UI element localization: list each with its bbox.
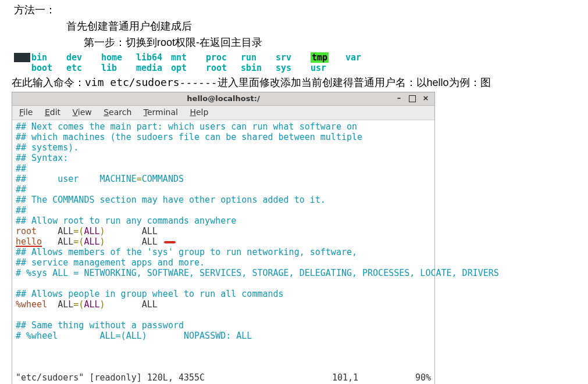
annotation-mark-icon	[164, 241, 176, 243]
sudoers-user-hello: hello	[16, 236, 42, 247]
ls-item: lib64	[136, 52, 171, 63]
window-titlebar: hello@localhost:/ – ×	[12, 92, 434, 106]
vim-status-file: "etc/sudoers" [readonly] 120L, 4355C	[16, 372, 332, 383]
sudoers-user-root: root	[16, 226, 37, 236]
ls-item: home	[101, 52, 136, 63]
ls-item: srv	[276, 52, 311, 63]
doc-line-2: 首先创建普通用户创建成后	[14, 19, 588, 35]
menu-help[interactable]: Help	[186, 106, 214, 117]
ls-item: lib	[101, 63, 136, 73]
ls-item: run	[241, 52, 276, 63]
vim-status-pos: 101,1	[332, 372, 402, 383]
cmd-code: vim etc/sudoers------	[85, 76, 218, 88]
vim-status-pct: 90%	[402, 372, 431, 383]
terminal-menubar: File Edit View Search Terminal Help	[12, 106, 434, 120]
menu-search[interactable]: Search	[100, 106, 137, 117]
terminal-window: hello@localhost:/ – × File Edit View Sea…	[12, 92, 435, 384]
ls-item: sbin	[241, 63, 276, 73]
cmd-prefix: 在此输入命令：	[12, 77, 85, 88]
ls-item: etc	[66, 63, 101, 73]
ls-row-2: bootetclibmediaoptrootsbinsysusr	[14, 63, 588, 73]
ls-item: bin	[31, 52, 66, 63]
menu-view[interactable]: View	[69, 106, 97, 117]
window-title: hello@localhost:/	[187, 94, 259, 103]
ls-item: var	[345, 52, 380, 63]
window-minimize-button[interactable]: –	[395, 94, 403, 102]
cmd-suffix: 进入里面修改添加当前创建得普通用户名：以hello为例：图	[218, 77, 491, 88]
doc-text: 方法一： 首先创建普通用户创建成后 第一步：切换到root权限-在返回主目录	[0, 0, 588, 51]
ls-item: dev	[66, 52, 101, 63]
menu-file[interactable]: File	[16, 106, 38, 117]
window-close-button[interactable]: ×	[422, 94, 430, 102]
menu-terminal[interactable]: Terminal	[140, 106, 184, 117]
window-maximize-button[interactable]	[409, 95, 416, 102]
sudoers-sys-line: # %sys ALL = NETWORKING, SOFTWARE, SERVI…	[16, 268, 499, 278]
vim-status-line: "etc/sudoers" [readonly] 120L, 4355C 101…	[12, 372, 434, 384]
ls-item-tmp: tmp	[311, 52, 345, 63]
prompt-block	[14, 53, 30, 62]
ls-item: sys	[276, 63, 311, 73]
cmd-instruction: 在此输入命令：vim etc/sudoers------进入里面修改添加当前创建…	[0, 76, 588, 92]
ls-item: media	[136, 63, 171, 73]
ls-output: bindevhomelib64mntprocrunsrvtmpvar boote…	[14, 52, 588, 73]
ls-item: boot	[31, 63, 66, 73]
terminal-content[interactable]: ## Next comes the main part: which users…	[12, 120, 434, 372]
ls-item: opt	[171, 63, 206, 73]
doc-line-1: 方法一：	[14, 2, 588, 19]
ls-item: root	[206, 63, 241, 73]
doc-line-3: 第一步：切换到root权限-在返回主目录	[14, 35, 588, 51]
sudoers-user-wheel: %wheel	[16, 299, 47, 310]
menu-edit[interactable]: Edit	[41, 106, 66, 117]
ls-item: usr	[311, 63, 345, 73]
ls-item: mnt	[171, 52, 206, 63]
ls-row-1: bindevhomelib64mntprocrunsrvtmpvar	[14, 52, 588, 63]
ls-item: proc	[206, 52, 241, 63]
